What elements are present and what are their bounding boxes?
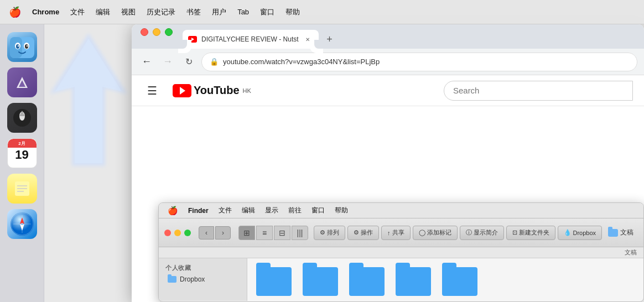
- dock-icon-safari[interactable]: [7, 209, 37, 239]
- dock-icon-downie[interactable]: [7, 67, 37, 97]
- menubar-user[interactable]: 用户: [212, 7, 226, 17]
- folder-item-1[interactable]: [256, 267, 292, 296]
- sidebar-item-label: Dropbox: [180, 275, 205, 283]
- youtube-logo[interactable]: YouTubeHK: [173, 84, 251, 97]
- menubar-file[interactable]: 文件: [70, 7, 85, 17]
- folder-icon-2: [303, 267, 338, 296]
- finder-tag-icon: ◯: [419, 229, 425, 236]
- youtube-play-icon: [180, 87, 185, 95]
- finder-dropbox-label: Dropbox: [573, 230, 596, 236]
- folder-item-4[interactable]: [396, 267, 431, 296]
- safari-icon-svg: [10, 212, 34, 236]
- finder-arrange-icon: ⚙: [320, 229, 325, 236]
- dock-icon-rocket[interactable]: [7, 103, 37, 133]
- dock: 2月 19: [0, 24, 44, 302]
- menubar-help[interactable]: 帮助: [285, 7, 300, 17]
- finder-menu-edit[interactable]: 编辑: [242, 206, 255, 215]
- youtube-header: ☰ YouTubeHK: [132, 75, 644, 106]
- finder-menu-finder[interactable]: Finder: [188, 207, 209, 215]
- finder-maximize-button[interactable]: [184, 230, 191, 236]
- new-tab-button[interactable]: +: [322, 32, 337, 47]
- folder-icon-5: [442, 267, 477, 296]
- chrome-titlebar: DIGITALYCHEE REVIEW - Nutst ✕ +: [132, 24, 644, 49]
- finder-column-view-button[interactable]: ⊟: [274, 226, 290, 240]
- finder-action-button[interactable]: ⚙ 操作: [347, 226, 379, 240]
- finder-icon-view-button[interactable]: ⊞: [238, 226, 255, 240]
- finder-title-text: 文稿: [620, 228, 633, 237]
- browser-tab-active[interactable]: DIGITALYCHEE REVIEW - Nutst ✕: [183, 30, 319, 49]
- finder-action-buttons: ⚙ 排列 ⚙ 操作 ↑ 共享 ◯ 添加标记 ⓘ 显示简介 ⊡ 新建文件夹: [314, 226, 602, 240]
- menubar-view[interactable]: 视图: [121, 7, 136, 17]
- finder-forward-button[interactable]: ›: [215, 226, 231, 239]
- minimize-button[interactable]: [153, 28, 160, 36]
- youtube-logo-icon: [173, 84, 191, 97]
- finder-window-title: 文稿: [605, 228, 638, 237]
- apple-menu-icon[interactable]: 🍎: [9, 6, 21, 18]
- menubar-chrome[interactable]: Chrome: [32, 8, 59, 16]
- youtube-search-input[interactable]: [444, 81, 633, 101]
- menubar-edit[interactable]: 编辑: [96, 7, 110, 17]
- folder-item-3[interactable]: [349, 267, 385, 296]
- calendar-month: 2月: [8, 139, 37, 148]
- finder-gallery-view-button[interactable]: |||: [292, 226, 308, 240]
- youtube-region: HK: [243, 87, 251, 94]
- finder-newfolder-button[interactable]: ⊡ 新建文件夹: [506, 226, 555, 240]
- finder-menu-window[interactable]: 窗口: [311, 206, 325, 215]
- folder-item-5[interactable]: [442, 267, 477, 296]
- finder-menu-view[interactable]: 显示: [265, 206, 278, 215]
- address-bar[interactable]: 🔒 youtube.com/watch?v=vzwga3c04NY&list=P…: [201, 53, 637, 71]
- finder-arrange-button[interactable]: ⚙ 排列: [314, 226, 345, 240]
- finder-menu-go[interactable]: 前往: [288, 206, 302, 215]
- finder-title-folder-icon: [608, 229, 618, 237]
- finder-nav: ‹ ›: [199, 226, 231, 239]
- lock-icon: 🔒: [210, 58, 219, 66]
- sidebar-item-dropbox[interactable]: Dropbox: [161, 274, 245, 285]
- finder-tag-label: 添加标记: [427, 228, 451, 237]
- dock-icon-finder[interactable]: [7, 32, 37, 62]
- finder-main-area: 个人收藏 Dropbox: [159, 258, 643, 301]
- tab-favicon: [188, 35, 197, 44]
- svg-point-7: [26, 45, 27, 47]
- finder-menu-file[interactable]: 文件: [219, 206, 232, 215]
- maximize-button[interactable]: [165, 28, 173, 36]
- youtube-logo-text: YouTube: [194, 84, 240, 97]
- finder-dropbox-icon: 💧: [564, 229, 572, 236]
- finder-newfolder-label: 新建文件夹: [519, 228, 549, 237]
- finder-dropbox-button[interactable]: 💧 Dropbox: [558, 226, 603, 240]
- finder-back-button[interactable]: ‹: [199, 226, 214, 239]
- finder-close-button[interactable]: [164, 230, 171, 236]
- finder-info-button[interactable]: ⓘ 显示简介: [460, 226, 504, 240]
- notes-icon-svg: [13, 179, 32, 198]
- finder-apple-icon[interactable]: 🍎: [168, 206, 178, 216]
- finder-action-label: 操作: [361, 228, 373, 237]
- tab-close-button[interactable]: ✕: [303, 35, 312, 44]
- menubar-window[interactable]: 窗口: [260, 7, 274, 17]
- folder-item-2[interactable]: [303, 267, 338, 296]
- url-text: youtube.com/watch?v=vzwga3c04NY&list=PLj…: [223, 58, 629, 66]
- finder-list-view-button[interactable]: ≡: [256, 226, 273, 240]
- finder-info-icon: ⓘ: [466, 228, 472, 237]
- finder-minimize-button[interactable]: [174, 230, 181, 236]
- dock-icon-notes[interactable]: [7, 174, 37, 204]
- finder-menu-help[interactable]: 帮助: [335, 206, 348, 215]
- dock-icon-calendar[interactable]: 2月 19: [7, 138, 37, 168]
- tab-title: DIGITALYCHEE REVIEW - Nutst: [201, 35, 299, 43]
- close-button[interactable]: [141, 28, 148, 36]
- finder-tag-button[interactable]: ◯ 添加标记: [413, 226, 458, 240]
- menubar-bookmarks[interactable]: 书签: [186, 7, 201, 17]
- menubar-history[interactable]: 历史记录: [147, 7, 175, 17]
- finder-sidebar-section-label: 个人收藏: [159, 263, 247, 273]
- folder-icon-1: [256, 267, 292, 296]
- menubar-tab[interactable]: Tab: [237, 8, 249, 16]
- reload-button[interactable]: ↻: [180, 54, 197, 70]
- finder-view-buttons: ⊞ ≡ ⊟ |||: [238, 226, 308, 240]
- finder-share-button[interactable]: ↑ 共享: [381, 226, 411, 240]
- forward-button[interactable]: →: [159, 54, 176, 70]
- finder-share-label: 共享: [392, 228, 404, 237]
- downie-icon-svg: [12, 72, 32, 92]
- finder-newfolder-icon: ⊡: [512, 229, 517, 236]
- finder-menubar: 🍎 Finder 文件 编辑 显示 前往 窗口 帮助: [159, 203, 643, 218]
- youtube-menu-button[interactable]: ☰: [143, 80, 162, 102]
- finder-files-area: [247, 258, 643, 301]
- back-button[interactable]: ←: [138, 54, 155, 70]
